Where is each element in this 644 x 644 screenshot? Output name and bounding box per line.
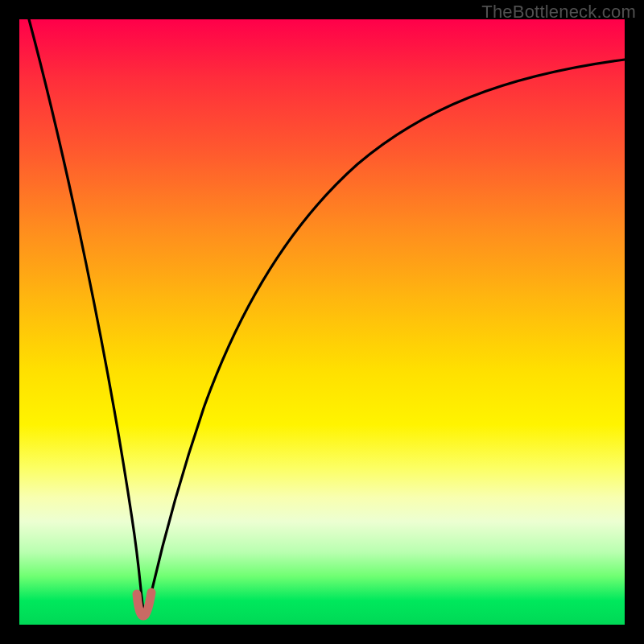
watermark-text: TheBottleneck.com [481, 2, 636, 23]
chart-svg [19, 19, 625, 625]
bottleneck-curve [29, 19, 625, 613]
min-marker [137, 592, 151, 616]
chart-frame: TheBottleneck.com [0, 0, 644, 644]
